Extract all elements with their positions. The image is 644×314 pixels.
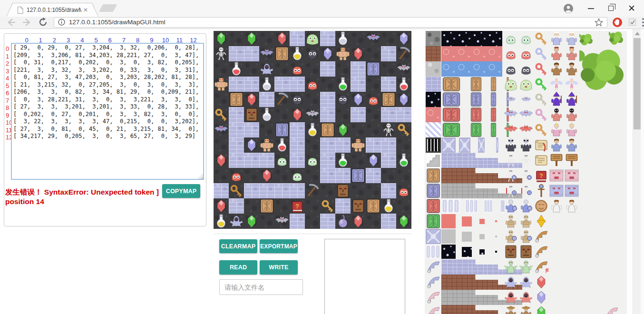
map-tile-dark-floor[interactable] — [244, 168, 259, 183]
map-tile-brick-wall[interactable] — [351, 77, 366, 92]
tileset-square[interactable] — [495, 236, 497, 237]
tileset-sprite-skeleton[interactable] — [503, 153, 518, 168]
map-tile-brick-wall[interactable] — [229, 46, 244, 61]
map-tile-potion-silver[interactable] — [259, 107, 274, 122]
tileset-pillars[interactable] — [426, 244, 441, 259]
map-tile-door-wood[interactable] — [229, 92, 244, 107]
tileset-sprite-sign[interactable] — [564, 153, 579, 168]
tileset-sprite-skeleton[interactable] — [518, 153, 534, 168]
map-tile-dark-floor[interactable] — [366, 107, 381, 122]
map-tile-gem-purple[interactable] — [320, 46, 335, 61]
tileset-square[interactable] — [495, 251, 497, 253]
map-tile-dark-floor[interactable] — [381, 61, 396, 77]
map-tile-bat-purple[interactable] — [366, 31, 381, 46]
map-tile-skeleton[interactable] — [214, 46, 229, 61]
tileset-sprite-wing[interactable] — [534, 229, 549, 244]
map-tile-book-red[interactable]: ? — [290, 198, 305, 214]
map-tile-dark-floor[interactable] — [305, 198, 320, 214]
map-tile-slime-pale-green[interactable] — [274, 153, 290, 168]
map-tile-door-purple[interactable] — [274, 122, 290, 137]
map-tile-dark-floor[interactable] — [274, 61, 290, 77]
address-bar[interactable]: 127.0.0.1:1055/drawMapGUI.html — [54, 17, 607, 28]
tileset-wide-starry[interactable] — [441, 31, 502, 46]
tileset-sprite-bat[interactable] — [518, 107, 534, 122]
map-tile-gem-green[interactable] — [244, 214, 259, 229]
map-tile-dark-floor[interactable] — [244, 61, 259, 77]
tileset-door-frame[interactable] — [470, 92, 482, 107]
tileset-door-frame[interactable] — [490, 77, 497, 92]
tileset-sprite-monk[interactable] — [549, 46, 564, 61]
tileset-door[interactable] — [426, 198, 441, 214]
tileset-sprite-scroll[interactable] — [534, 153, 549, 168]
tileset-sprite-slime[interactable] — [518, 46, 534, 61]
tab-close-icon[interactable]: ✕ — [83, 7, 88, 13]
export-output-box[interactable] — [324, 239, 405, 314]
map-tile-dark-floor[interactable] — [259, 214, 274, 229]
tileset-door-frame[interactable] — [490, 107, 497, 122]
read-button[interactable]: READ — [219, 260, 257, 275]
tileset-sprite-skelsword[interactable] — [503, 183, 518, 198]
map-tile-gem-red[interactable] — [259, 168, 274, 183]
tileset-square[interactable] — [495, 220, 497, 222]
map-tile-door-purple[interactable] — [366, 61, 381, 77]
map-tile-stone-face[interactable] — [244, 107, 259, 122]
map-tile-stone-face[interactable] — [335, 183, 351, 198]
map-tile-brick-wall[interactable] — [381, 214, 396, 229]
tileset-texture-brownbrick[interactable] — [426, 46, 441, 61]
tileset-sprite-key[interactable] — [534, 107, 549, 122]
map-tile-brick-wall[interactable] — [320, 168, 335, 183]
tileset-palette[interactable]: ? — [425, 31, 627, 314]
adblock-extension-icon[interactable] — [612, 17, 623, 28]
tileset-sprite-ghost[interactable] — [503, 275, 518, 290]
tileset-stairs[interactable] — [426, 153, 441, 168]
map-tile-brick-wall[interactable] — [214, 183, 229, 198]
map-tile-brick-wall[interactable] — [259, 183, 274, 198]
map-tile-brick-wall[interactable] — [290, 183, 305, 198]
tileset-sprite-coin[interactable] — [534, 198, 549, 214]
tileset-sprite-mummyshield[interactable] — [518, 229, 534, 244]
map-tile-dark-floor[interactable] — [274, 168, 290, 183]
map-tile-key-gold-2[interactable] — [229, 183, 244, 198]
tileset-square[interactable] — [462, 232, 472, 242]
tileset-door[interactable] — [426, 168, 441, 183]
tileset-texture-jail[interactable] — [426, 137, 441, 153]
map-tile-dark-eyeball[interactable] — [290, 92, 305, 107]
tileset-sprite-bat[interactable] — [503, 107, 518, 122]
tileset-sprite-hatguy[interactable] — [503, 305, 518, 314]
map-tile-dark-floor[interactable] — [305, 61, 320, 77]
map-tile-key-gold[interactable] — [214, 107, 229, 122]
tileset-sprite-batsm[interactable] — [518, 92, 534, 107]
map-tile-brick-wall[interactable] — [274, 77, 290, 92]
tileset-tree[interactable] — [579, 33, 593, 46]
browser-tab[interactable]: 127.0.0.1:1055/drawMa ✕ — [7, 3, 98, 17]
map-tile-brick-wall[interactable] — [381, 77, 396, 92]
map-tile-brick-wall[interactable] — [366, 168, 381, 183]
tileset-door-frame[interactable] — [490, 92, 497, 107]
tileset-sprite-skelshield[interactable] — [518, 168, 534, 183]
map-tile-brick-wall[interactable] — [229, 137, 244, 153]
tileset-square[interactable] — [441, 229, 456, 244]
map-tile-brick-wall[interactable] — [244, 122, 259, 137]
map-tile-brick-wall[interactable] — [320, 92, 335, 107]
tileset-sprite-oldman[interactable] — [564, 31, 579, 46]
map-tile-dark-floor[interactable] — [351, 183, 366, 198]
tileset-texture-redpat[interactable] — [426, 107, 441, 122]
bookmark-star-icon[interactable] — [595, 18, 603, 27]
map-tile-dark-floor[interactable] — [335, 61, 351, 77]
tileset-pillar-frame[interactable] — [441, 198, 460, 214]
tileset-sprite-gem[interactable] — [534, 290, 549, 305]
tileset-sprite-zombie[interactable] — [503, 259, 518, 275]
reload-icon[interactable] — [38, 17, 48, 27]
map-tile-potion-yellow[interactable] — [290, 46, 305, 61]
map-tile-gem-red[interactable] — [274, 31, 290, 46]
map-tile-gem-red[interactable] — [214, 198, 229, 214]
tileset-sprite-key[interactable] — [534, 122, 549, 137]
tileset-wing[interactable] — [426, 275, 441, 290]
map-tile-bat-gray[interactable] — [305, 107, 320, 122]
tileset-ornate[interactable] — [426, 229, 441, 244]
map-tile-potion-silver[interactable] — [259, 77, 274, 92]
map-tile-brick-wall[interactable] — [381, 137, 396, 153]
tileset-texture-marble[interactable] — [426, 61, 441, 77]
tileset-pillar-frame[interactable] — [465, 198, 478, 214]
map-tile-purple-orb[interactable] — [335, 214, 351, 229]
